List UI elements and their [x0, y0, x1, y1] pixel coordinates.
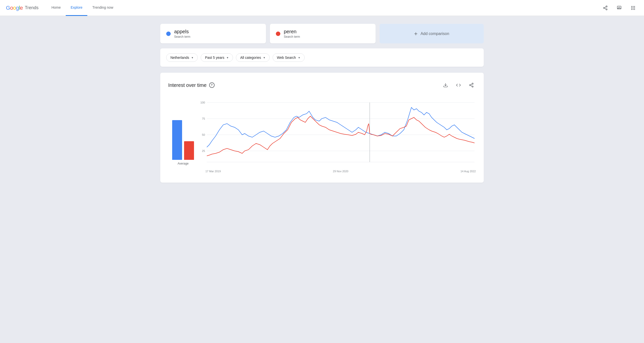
- term1-info: appels Search term: [174, 29, 190, 39]
- filter-region[interactable]: Netherlands ▼: [166, 53, 198, 62]
- download-button[interactable]: [441, 81, 450, 90]
- chart-container: Average 100 75 50 25: [168, 98, 476, 173]
- term1-dot: [166, 32, 171, 36]
- chart-main: 100 75 50 25: [198, 98, 476, 173]
- apps-button[interactable]: [628, 3, 638, 13]
- filter-search-type-chevron: ▼: [298, 56, 300, 59]
- chart-actions: [441, 81, 476, 90]
- search-term-card-2[interactable]: peren Search term: [270, 24, 376, 44]
- term2-name: peren: [284, 29, 300, 35]
- svg-line-3: [604, 8, 606, 9]
- filter-search-type-label: Web Search: [277, 56, 296, 60]
- filter-time-chevron: ▼: [226, 56, 229, 59]
- navbar: Google Trends Home Explore Trending now: [0, 0, 644, 16]
- chart-avg-section: Average: [168, 110, 198, 173]
- share-button[interactable]: [600, 3, 610, 13]
- svg-line-22: [470, 84, 472, 85]
- nav-home[interactable]: Home: [46, 0, 66, 16]
- filter-categories-chevron: ▼: [263, 56, 266, 59]
- svg-point-19: [470, 85, 471, 86]
- logo-area[interactable]: Google Trends: [6, 5, 38, 11]
- main-content: appels Search term peren Search term + A…: [148, 16, 496, 191]
- svg-text:25: 25: [202, 149, 205, 152]
- filter-search-type[interactable]: Web Search ▼: [273, 53, 305, 62]
- add-comparison-plus-icon: +: [414, 30, 418, 37]
- svg-rect-9: [632, 6, 633, 7]
- svg-rect-8: [631, 6, 632, 7]
- embed-button[interactable]: [454, 81, 463, 90]
- svg-point-2: [606, 9, 607, 10]
- trends-logo-text: Trends: [25, 5, 38, 11]
- x-label-1: 17 Mar 2019: [206, 170, 221, 173]
- term2-type: Search term: [284, 35, 300, 39]
- svg-line-21: [470, 85, 472, 86]
- avg-bar-blue: [172, 120, 182, 160]
- svg-point-18: [472, 83, 473, 84]
- filter-region-chevron: ▼: [191, 56, 194, 59]
- add-comparison-button[interactable]: + Add comparison: [380, 24, 484, 44]
- nav-links: Home Explore Trending now: [46, 0, 600, 16]
- x-label-2: 29 Nov 2020: [333, 170, 348, 173]
- svg-rect-15: [632, 9, 633, 10]
- avg-bar-red: [184, 141, 194, 160]
- chart-header: Interest over time ?: [168, 81, 476, 90]
- svg-point-20: [472, 86, 473, 87]
- chart-x-labels: 17 Mar 2019 29 Nov 2020 14 Aug 2022: [198, 168, 476, 173]
- nav-explore[interactable]: Explore: [66, 0, 87, 16]
- svg-line-4: [604, 7, 606, 8]
- chart-share-button[interactable]: [467, 81, 476, 90]
- svg-rect-13: [634, 8, 635, 8]
- term1-name: appels: [174, 29, 190, 35]
- svg-rect-11: [631, 8, 632, 8]
- filter-region-label: Netherlands: [170, 56, 189, 60]
- svg-text:75: 75: [202, 117, 205, 120]
- chart-title-area: Interest over time ?: [168, 82, 214, 88]
- avg-label: Average: [178, 162, 188, 165]
- nav-trending[interactable]: Trending now: [87, 0, 118, 16]
- svg-rect-10: [634, 6, 635, 7]
- filter-categories[interactable]: All categories ▼: [236, 53, 270, 62]
- filter-categories-label: All categories: [240, 56, 261, 60]
- term1-type: Search term: [174, 35, 190, 39]
- svg-text:100: 100: [200, 101, 205, 104]
- feedback-button[interactable]: [614, 3, 624, 13]
- avg-bars: [172, 110, 194, 160]
- help-icon[interactable]: ?: [209, 82, 214, 88]
- search-terms-row: appels Search term peren Search term + A…: [160, 24, 484, 44]
- svg-point-1: [604, 7, 605, 9]
- google-logo: Google: [6, 5, 23, 11]
- filter-time[interactable]: Past 5 years ▼: [201, 53, 233, 62]
- search-term-card-1[interactable]: appels Search term: [160, 24, 266, 44]
- chart-section: Interest over time ?: [160, 73, 484, 183]
- add-comparison-label: Add comparison: [420, 32, 449, 36]
- svg-rect-12: [632, 8, 633, 8]
- svg-point-0: [606, 6, 607, 7]
- filters-row: Netherlands ▼ Past 5 years ▼ All categor…: [160, 48, 484, 67]
- x-label-3: 14 Aug 2022: [460, 170, 476, 173]
- nav-right-actions: [600, 3, 638, 13]
- chart-title: Interest over time: [168, 82, 207, 88]
- term2-dot: [276, 32, 280, 36]
- svg-text:50: 50: [202, 133, 205, 136]
- filter-time-label: Past 5 years: [205, 56, 224, 60]
- svg-rect-14: [631, 9, 632, 10]
- svg-rect-16: [634, 9, 635, 10]
- term2-info: peren Search term: [284, 29, 300, 39]
- line-chart-svg: 100 75 50 25: [198, 98, 476, 167]
